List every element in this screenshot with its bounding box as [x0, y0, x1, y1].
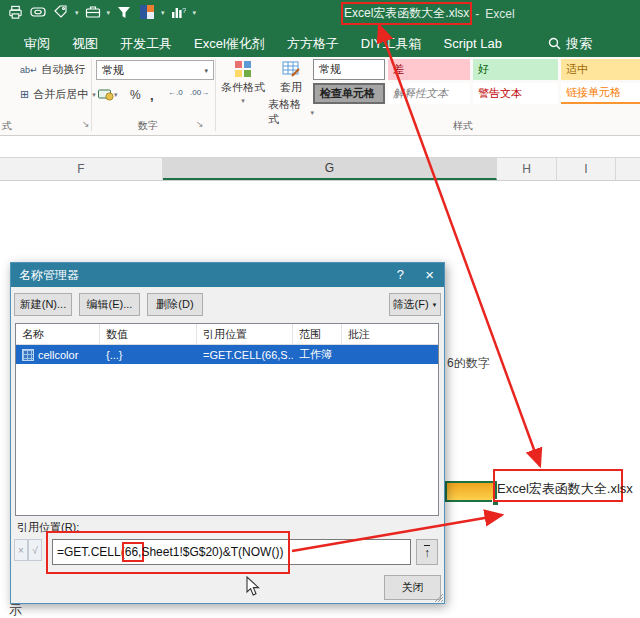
accounting-format-button[interactable]: ▾: [98, 88, 118, 101]
merge-center-button[interactable]: ⊞ 合并后居中 ▾: [20, 87, 96, 102]
format-as-table-button[interactable]: 套用 表格格式 ▾: [268, 60, 314, 127]
formula-part-1: =GET.CELL(: [57, 545, 125, 559]
tab-diy-toolbox[interactable]: DIY工具箱: [351, 30, 432, 58]
cell-overflow-text-box: Excel宏表函数大全.xlsx: [493, 469, 623, 502]
chevron-down-icon: ▼: [432, 302, 438, 308]
formula-enter-button[interactable]: √: [28, 539, 42, 561]
refers-to-label: 引用位置(R):: [17, 520, 79, 535]
new-name-button[interactable]: 新建(N)...: [14, 293, 72, 316]
percent-style-button[interactable]: %: [130, 88, 141, 102]
dialog-title-bar[interactable]: 名称管理器: [11, 263, 444, 287]
help-button[interactable]: ?: [397, 267, 404, 282]
formula-cancel-button[interactable]: ×: [14, 539, 28, 561]
col-header-value: 数值: [100, 324, 197, 344]
name-tag-icon[interactable]: [29, 3, 47, 21]
search-label: 搜索: [566, 35, 592, 53]
color-blocks-icon[interactable]: [138, 3, 156, 21]
qat-customize-icon[interactable]: ▾: [193, 9, 197, 16]
group-alignment-label: 式: [2, 119, 12, 133]
ribbon-tab-bar: 审阅 视图 开发工具 Excel催化剂 方方格子 DIY工具箱 Script L…: [0, 30, 640, 57]
name-cell: cellcolor: [38, 349, 78, 361]
stats-help-icon[interactable]: ?: [170, 3, 188, 21]
alignment-dialog-launcher-icon[interactable]: ↘: [82, 119, 90, 129]
increase-decimal-button[interactable]: ←.0: [168, 88, 183, 97]
chevron-down-icon: ▾: [92, 91, 96, 98]
window-title-filename: Excel宏表函数大全.xlsx: [344, 5, 469, 22]
decrease-decimal-button[interactable]: .00→: [190, 88, 209, 97]
column-header-g[interactable]: G: [163, 158, 497, 180]
chevron-down-icon[interactable]: ▾: [75, 9, 79, 16]
quick-access-toolbar: ▾ ▾ ▾ ? ▾: [6, 3, 196, 21]
format-as-table-label-2: 表格格式: [268, 97, 308, 127]
tab-excel-catalyst[interactable]: Excel催化剂: [184, 30, 275, 58]
style-check-cell[interactable]: 检查单元格: [313, 83, 385, 104]
format-as-table-icon: [282, 60, 300, 78]
column-header-f[interactable]: F: [0, 158, 163, 180]
chevron-down-icon[interactable]: ▾: [161, 9, 165, 16]
filter-button[interactable]: 筛选(F) ▼: [389, 293, 441, 316]
group-number-label: 数字: [138, 119, 158, 133]
tab-script-lab[interactable]: Script Lab: [433, 31, 512, 56]
chevron-down-icon: ▾: [114, 91, 118, 98]
style-normal[interactable]: 常规: [313, 59, 385, 80]
wrap-text-button[interactable]: ab↵ 自动换行: [20, 62, 86, 77]
formula-part-highlighted: 66,: [125, 545, 142, 559]
filter-button-label: 筛选(F): [393, 297, 429, 312]
filter-icon[interactable]: [115, 3, 133, 21]
tab-developer[interactable]: 开发工具: [110, 30, 182, 58]
wrap-text-label: 自动换行: [42, 62, 86, 77]
col-header-refers-to: 引用位置: [197, 324, 293, 344]
conditional-formatting-icon: [234, 60, 252, 78]
briefcase-icon[interactable]: [84, 3, 102, 21]
accounting-format-icon: [98, 88, 114, 101]
style-linked-cell[interactable]: 链接单元格: [561, 83, 640, 104]
ribbon: ab↵ 自动换行 ⊞ 合并后居中 ▾ 式 ↘ 常规 ▾ ▾ % , ←.0 .0…: [0, 57, 640, 136]
style-neutral[interactable]: 适中: [561, 59, 640, 80]
col-header-name: 名称: [16, 324, 100, 344]
style-explanatory-text[interactable]: 解释性文本: [388, 83, 470, 104]
number-format-combo[interactable]: 常规 ▾: [96, 60, 214, 80]
window-title-separator: -: [475, 7, 479, 21]
edit-name-button[interactable]: 编辑(E)...: [79, 293, 140, 316]
style-warning-text[interactable]: 警告文本: [473, 83, 558, 104]
increase-decimal-icon: ←.0: [168, 88, 183, 97]
column-header-i[interactable]: I: [557, 158, 616, 180]
resize-grip[interactable]: [433, 592, 443, 602]
tab-ffgz[interactable]: 方方格子: [277, 30, 349, 58]
cell-styles-gallery: 常规 差 好 适中 检查单元格 解释性文本 警告文本 链接单元格: [313, 59, 640, 104]
style-good[interactable]: 好: [473, 59, 558, 80]
printer-icon[interactable]: [6, 3, 24, 21]
tab-search[interactable]: 搜索: [538, 30, 602, 58]
value-cell: {...}: [100, 349, 197, 361]
number-dialog-launcher-icon[interactable]: ↘: [196, 119, 204, 129]
tab-view[interactable]: 视图: [62, 30, 108, 58]
col-header-comment: 批注: [342, 324, 438, 344]
table-row[interactable]: cellcolor {...} =GET.CELL(66,S... 工作簿: [16, 345, 438, 364]
chevron-down-icon: ▾: [310, 109, 314, 116]
delete-name-button[interactable]: 删除(D): [147, 293, 203, 316]
collapse-dialog-icon: ↑: [424, 545, 430, 559]
chevron-down-icon[interactable]: ▾: [107, 9, 111, 16]
number-format-value: 常规: [102, 63, 124, 78]
style-bad[interactable]: 差: [388, 59, 470, 80]
tags-icon[interactable]: [52, 3, 70, 21]
selected-cell-g20[interactable]: [445, 481, 497, 502]
formula-bar[interactable]: [0, 136, 640, 158]
column-header-h[interactable]: H: [497, 158, 557, 180]
formula-part-3: Sheet1!$G$20)&T(NOW()): [141, 545, 283, 559]
names-list[interactable]: 名称 数值 引用位置 范围 批注 cellcolor {...} =GET.CE…: [15, 323, 439, 516]
dialog-close-icon[interactable]: ×: [425, 266, 434, 283]
group-styles-label: 样式: [453, 119, 473, 133]
sheet-partial-text: 6的数字: [447, 355, 490, 372]
search-icon: [548, 37, 561, 50]
cell-overflow-text: Excel宏表函数大全.xlsx: [497, 480, 633, 498]
comma-style-button[interactable]: ,: [150, 88, 154, 103]
comma-label: ,: [150, 88, 154, 103]
conditional-formatting-button[interactable]: 条件格式 ▾: [220, 60, 266, 104]
column-headers: F G H I: [0, 158, 640, 181]
tab-review[interactable]: 审阅: [14, 30, 60, 58]
percent-label: %: [130, 88, 141, 102]
collapse-dialog-button[interactable]: ↑: [416, 539, 438, 565]
col-header-scope: 范围: [293, 324, 342, 344]
refers-to-input[interactable]: =GET.CELL(66,Sheet1!$G$20)&T(NOW()): [52, 539, 411, 565]
